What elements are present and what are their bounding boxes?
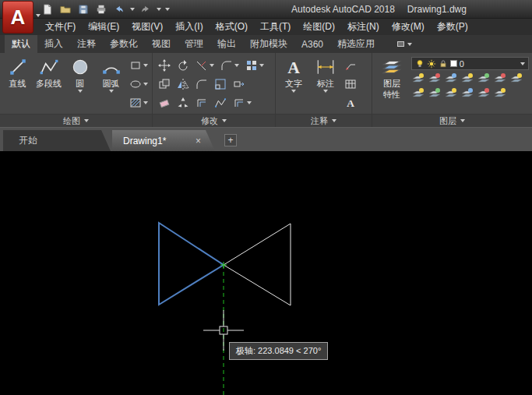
layer-color-swatch[interactable] bbox=[450, 60, 457, 67]
qat-customize-icon[interactable] bbox=[165, 8, 170, 11]
application-menu-button[interactable]: A bbox=[2, 1, 33, 34]
layer-match-icon[interactable] bbox=[494, 72, 506, 85]
text-flyout-icon[interactable] bbox=[291, 90, 296, 93]
menu-view[interactable]: 视图(V) bbox=[125, 18, 169, 36]
dimension-flyout-icon[interactable] bbox=[323, 90, 328, 93]
dimension-tool[interactable]: 标注 bbox=[310, 55, 341, 114]
layer-lock-icon[interactable] bbox=[439, 59, 448, 69]
measure-flyout-icon[interactable] bbox=[247, 101, 252, 104]
polyline-tool[interactable]: 多段线 bbox=[33, 55, 64, 114]
layer-sun-icon[interactable] bbox=[427, 59, 436, 69]
trim-tool[interactable] bbox=[194, 59, 216, 72]
ellipse-tool[interactable] bbox=[128, 78, 150, 90]
ellipse-flyout-icon[interactable] bbox=[143, 83, 148, 86]
arc-flyout-icon[interactable] bbox=[109, 90, 114, 93]
panel-label-modify[interactable]: 修改 bbox=[153, 114, 275, 127]
ribbon-tab-insert[interactable]: 插入 bbox=[37, 35, 70, 53]
redo-button[interactable] bbox=[139, 2, 153, 16]
layer-bulb-icon[interactable] bbox=[415, 59, 425, 69]
layer-dropdown-arrow-icon[interactable] bbox=[520, 62, 525, 65]
app-menu-arrow-icon[interactable] bbox=[36, 14, 41, 17]
menu-edit[interactable]: 编辑(E) bbox=[82, 18, 125, 36]
layer-unisolate-icon[interactable] bbox=[428, 87, 441, 100]
mirror-tool[interactable] bbox=[175, 78, 191, 90]
new-drawing-button[interactable] bbox=[41, 2, 55, 16]
close-tab-icon[interactable]: × bbox=[196, 136, 215, 146]
menu-parametric[interactable]: 参数(P) bbox=[431, 18, 474, 36]
layer-lock-tool-icon[interactable] bbox=[461, 72, 474, 85]
layer-previous-icon[interactable] bbox=[494, 87, 506, 100]
ribbon-tab-addins[interactable]: 附加模块 bbox=[243, 35, 294, 53]
ribbon-tab-parametric[interactable]: 参数化 bbox=[103, 35, 145, 53]
layer-on-all-icon[interactable] bbox=[412, 87, 425, 100]
layer-properties-tool[interactable]: 图层 特性 bbox=[375, 55, 409, 114]
arc-tool[interactable]: 圆弧 bbox=[96, 55, 126, 114]
ribbon-tab-manage[interactable]: 管理 bbox=[178, 35, 210, 53]
right-triangle-geometry[interactable] bbox=[224, 224, 291, 305]
leader-tool[interactable] bbox=[343, 59, 358, 72]
undo-flyout-icon[interactable] bbox=[130, 8, 135, 11]
explode-tool[interactable] bbox=[175, 97, 191, 109]
erase-tool[interactable] bbox=[157, 97, 172, 109]
rectangle-flyout-icon[interactable] bbox=[143, 64, 148, 67]
layer-isolate-icon[interactable] bbox=[428, 72, 441, 85]
plot-button[interactable] bbox=[94, 2, 108, 16]
menu-modify[interactable]: 修改(M) bbox=[386, 18, 431, 36]
menu-dimension[interactable]: 标注(N) bbox=[341, 18, 386, 36]
rotate-tool[interactable] bbox=[175, 59, 191, 72]
measure-tool[interactable] bbox=[231, 97, 253, 109]
ribbon-tab-annotate[interactable]: 注释 bbox=[70, 35, 103, 53]
ribbon-tab-featured-apps[interactable]: 精选应用 bbox=[330, 35, 382, 53]
panel-label-annotate[interactable]: 注释 bbox=[276, 114, 372, 127]
save-button[interactable] bbox=[76, 2, 90, 16]
stretch-tool[interactable] bbox=[231, 78, 247, 90]
menu-format[interactable]: 格式(O) bbox=[210, 18, 254, 36]
ribbon-tab-output[interactable]: 输出 bbox=[210, 35, 243, 53]
join-tool[interactable] bbox=[213, 97, 228, 109]
text-style-tool[interactable] bbox=[343, 97, 358, 109]
circle-tool[interactable]: 圆 bbox=[65, 55, 95, 114]
ribbon-tab-home[interactable]: 默认 bbox=[5, 35, 37, 53]
table-tool[interactable] bbox=[343, 78, 358, 90]
layer-unlock-icon[interactable] bbox=[461, 87, 474, 100]
scale-tool[interactable] bbox=[213, 78, 228, 90]
undo-button[interactable] bbox=[112, 2, 126, 16]
tab-drawing1[interactable]: Drawing1* × bbox=[112, 130, 215, 151]
layer-dropdown[interactable]: 0 bbox=[411, 57, 529, 70]
hatch-flyout-icon[interactable] bbox=[143, 101, 148, 104]
circle-flyout-icon[interactable] bbox=[78, 90, 83, 93]
move-tool[interactable] bbox=[157, 59, 172, 72]
offset-tool[interactable] bbox=[194, 97, 210, 109]
left-triangle-geometry[interactable] bbox=[159, 223, 224, 305]
menu-insert[interactable]: 插入(I) bbox=[169, 18, 209, 36]
layer-current-icon[interactable] bbox=[477, 72, 490, 85]
new-tab-button[interactable]: + bbox=[224, 134, 237, 146]
panel-label-layers[interactable]: 图层 bbox=[372, 114, 532, 127]
ribbon-tab-view[interactable]: 视图 bbox=[145, 35, 178, 53]
layer-freeze-icon[interactable] bbox=[445, 72, 457, 85]
layer-thaw-icon[interactable] bbox=[445, 87, 457, 100]
open-button[interactable] bbox=[58, 2, 72, 16]
hatch-tool[interactable] bbox=[128, 97, 150, 109]
array-flyout-icon[interactable] bbox=[259, 64, 264, 67]
array-tool[interactable] bbox=[244, 59, 266, 72]
text-tool[interactable]: 文字 bbox=[278, 55, 309, 114]
menu-tools[interactable]: 工具(T) bbox=[254, 18, 297, 36]
layer-off-icon[interactable] bbox=[412, 72, 425, 85]
drawing-canvas[interactable]: 极轴: 223.0849 < 270° bbox=[0, 151, 532, 395]
layer-copy-to-icon[interactable] bbox=[477, 87, 490, 100]
fillet-flyout-icon[interactable] bbox=[234, 64, 239, 67]
copy-tool[interactable] bbox=[157, 78, 172, 90]
menu-file[interactable]: 文件(F) bbox=[39, 18, 82, 36]
menu-draw[interactable]: 绘图(D) bbox=[297, 18, 341, 36]
layer-walk-icon[interactable] bbox=[510, 72, 523, 85]
panel-label-draw[interactable]: 绘图 bbox=[0, 114, 152, 127]
fillet-tool[interactable] bbox=[219, 59, 241, 72]
trim-flyout-icon[interactable] bbox=[210, 64, 214, 67]
chamfer-tool[interactable] bbox=[194, 78, 210, 90]
tab-start[interactable]: 开始 bbox=[3, 130, 111, 151]
redo-flyout-icon[interactable] bbox=[157, 8, 161, 11]
line-tool[interactable]: 直线 bbox=[2, 55, 33, 114]
ribbon-tab-a360[interactable]: A360 bbox=[294, 35, 330, 53]
ribbon-display-toggle[interactable] bbox=[393, 35, 417, 53]
